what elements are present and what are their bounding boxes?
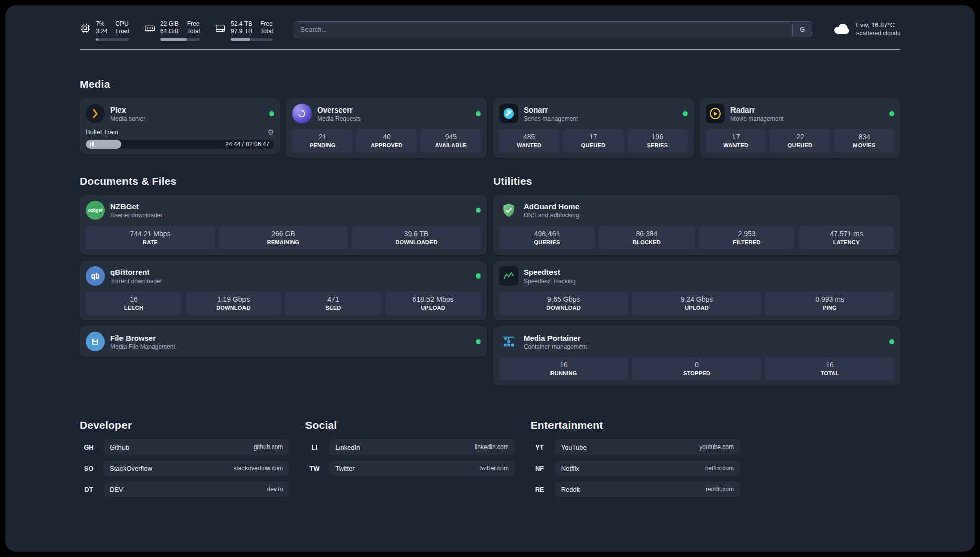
search-bar: G [294, 21, 812, 37]
bookmark-netflix[interactable]: NF Netflix netflix.com [531, 461, 740, 476]
pause-icon[interactable] [90, 142, 94, 147]
app-name: NZBGet [110, 202, 162, 211]
disk-total-value: 97.9 TB [231, 28, 252, 35]
stat-tile: 17 QUEUED [563, 129, 623, 152]
app-card-speedtest[interactable]: Speedtest Speedtest Tracking 9.65 Gbps D… [493, 261, 900, 320]
disk-progress-bar [231, 38, 273, 41]
cloud-icon [833, 22, 850, 37]
overseerr-icon [292, 104, 312, 123]
app-name: Speedtest [524, 268, 576, 276]
app-card-overseerr[interactable]: Overseerr Media Requests 21 PENDING 40 A… [286, 98, 487, 158]
app-card-sonarr[interactable]: Sonarr Series management 485 WANTED 17 Q… [493, 98, 694, 158]
stat-tile: 471 SEED [285, 292, 381, 315]
stat-label: AVAILABLE [423, 142, 479, 148]
bookmark-twitter[interactable]: TW Twitter twitter.com [305, 461, 514, 476]
bookmark-reddit[interactable]: RE Reddit reddit.com [531, 482, 740, 497]
qbittorrent-icon: qb [86, 266, 105, 286]
bookmark-name: LinkedIn [335, 443, 360, 451]
app-card-nzbget[interactable]: nzbget NZBGet Usenet downloader 744.21 M… [80, 195, 487, 255]
stat-tile: 22 QUEUED [770, 129, 830, 152]
app-name: Overseerr [317, 105, 361, 114]
cpu-load-value: 3.24 [96, 28, 107, 35]
stat-value: 0.993 ms [767, 295, 892, 303]
stat-value: 834 [836, 133, 892, 141]
stat-value: 266 GB [221, 230, 346, 238]
playback-progress-bar[interactable]: 24:44 / 02:06:47 [86, 140, 274, 149]
bookmark-github[interactable]: GH Github github.com [80, 439, 289, 455]
bookmark-name: YouTube [561, 443, 587, 451]
stat-label: SERIES [630, 142, 686, 148]
stat-tile: 1.19 Gbps DOWNLOAD [186, 292, 281, 315]
app-card-radarr[interactable]: Radarr Movie management 17 WANTED 22 QUE… [700, 98, 900, 158]
app-card-filebrowser[interactable]: File Browser Media File Management [80, 326, 487, 357]
cpu-progress-bar [96, 38, 129, 41]
weather-condition: scattered clouds [856, 30, 900, 37]
app-card-adguard[interactable]: AdGuard Home DNS and adblocking 498,461 … [493, 195, 900, 255]
bookmark-name: Netflix [561, 465, 579, 472]
social-group-title: Social [305, 419, 514, 431]
status-dot [889, 111, 894, 116]
utilities-section-title: Utilities [493, 175, 900, 187]
status-dot [476, 208, 481, 213]
playback-time: 24:44 / 02:06:47 [225, 141, 269, 148]
status-dot [683, 111, 688, 116]
app-card-portainer[interactable]: Media Portainer Container management 16 … [493, 326, 900, 386]
search-input[interactable] [294, 22, 792, 37]
stat-value: 618.52 Mbps [387, 295, 479, 303]
bookmark-abbr: YT [531, 443, 549, 451]
stat-tile: 16 RUNNING [499, 357, 628, 380]
app-subtitle: Container management [524, 343, 587, 350]
stat-tile: 40 APPROVED [356, 129, 416, 152]
bookmark-name: StackOverflow [110, 465, 152, 472]
portainer-icon [499, 332, 518, 351]
status-dot [476, 339, 481, 344]
app-subtitle: Movie management [730, 115, 783, 122]
bookmark-abbr: LI [305, 443, 323, 451]
cpu-label: CPU [115, 20, 129, 28]
stat-tile: 21 PENDING [292, 129, 352, 152]
stat-value: 1.19 Gbps [188, 295, 279, 303]
bookmark-stackoverflow[interactable]: SO StackOverflow stackoverflow.com [80, 461, 289, 476]
bookmark-dev[interactable]: DT DEV dev.to [80, 482, 289, 497]
bookmark-youtube[interactable]: YT YouTube youtube.com [531, 439, 740, 455]
stat-tile: 266 GB REMAINING [219, 226, 348, 249]
bookmark-abbr: RE [531, 486, 549, 493]
media-section-title: Media [80, 78, 900, 90]
disk-icon [215, 23, 226, 36]
app-card-qbittorrent[interactable]: qb qBittorrent Torrent downloader 16 LEE… [80, 261, 487, 320]
status-dot [476, 273, 481, 278]
ram-free-label: Free [187, 20, 200, 28]
sonarr-icon [499, 104, 518, 123]
bookmark-url: stackoverflow.com [233, 465, 283, 472]
stat-tile: 618.52 Mbps UPLOAD [385, 292, 481, 315]
disk-widget: 52.4 TB Free 97.9 TB Total [215, 20, 273, 41]
topbar-divider [80, 49, 900, 50]
ram-widget: 22 GiB Free 64 GiB Total [144, 20, 200, 41]
bookmark-name: DEV [110, 486, 124, 493]
qbittorrent-icon-text: qb [91, 272, 99, 280]
app-subtitle: Media Requests [317, 115, 361, 122]
bookmark-url: dev.to [267, 486, 283, 493]
app-card-plex[interactable]: Plex Media server Bullet Train ⚙ 24:44 /… [80, 98, 280, 154]
stat-label: TOTAL [767, 370, 892, 376]
stat-tile: 196 SERIES [628, 129, 688, 152]
stat-value: 16 [88, 295, 179, 303]
stat-label: QUERIES [501, 239, 593, 245]
bookmark-url: twitter.com [479, 465, 508, 472]
bookmark-abbr: DT [80, 486, 98, 493]
bookmark-group-developer: Developer GH Github github.com SO StackO… [80, 419, 289, 503]
app-name: Sonarr [524, 105, 578, 114]
stat-value: 16 [501, 361, 626, 369]
stat-value: 744.21 Mbps [88, 230, 213, 238]
bookmark-linkedin[interactable]: LI LinkedIn linkedin.com [305, 439, 514, 455]
app-name: Radarr [730, 105, 783, 114]
stat-label: QUEUED [565, 142, 621, 148]
gear-icon[interactable]: ⚙ [268, 128, 274, 136]
dashboard: 7% CPU 3.24 Load 22 GiB Free 64 G [5, 5, 975, 552]
stat-label: QUEUED [772, 142, 828, 148]
search-engine-button[interactable]: G [792, 22, 812, 37]
stat-tile: 9.24 Gbps UPLOAD [632, 292, 761, 315]
stat-tile: 498,461 QUERIES [499, 226, 595, 249]
weather-location: Lviv, 16.87°C [856, 21, 900, 29]
stat-tile: 2,953 FILTERED [699, 226, 794, 249]
